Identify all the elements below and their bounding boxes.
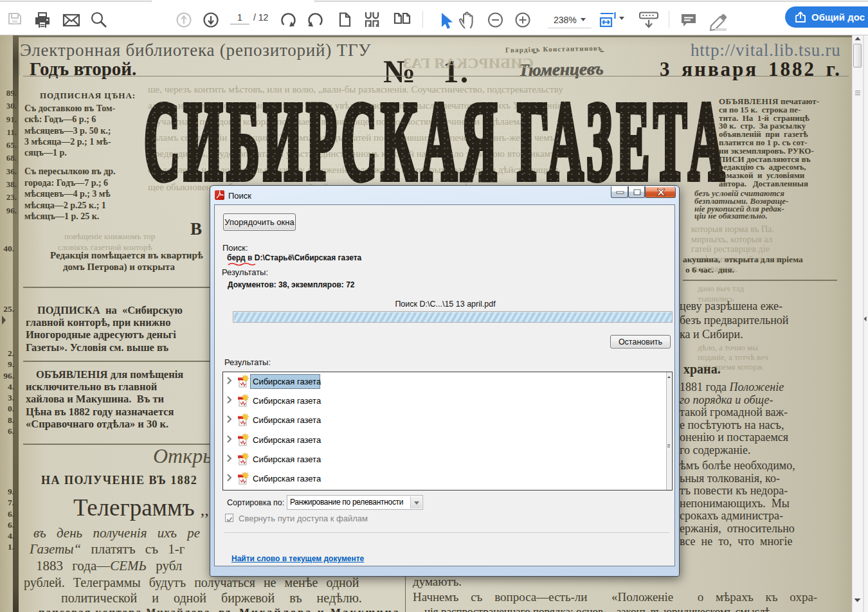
svg-text:238%: 238%: [554, 15, 577, 25]
